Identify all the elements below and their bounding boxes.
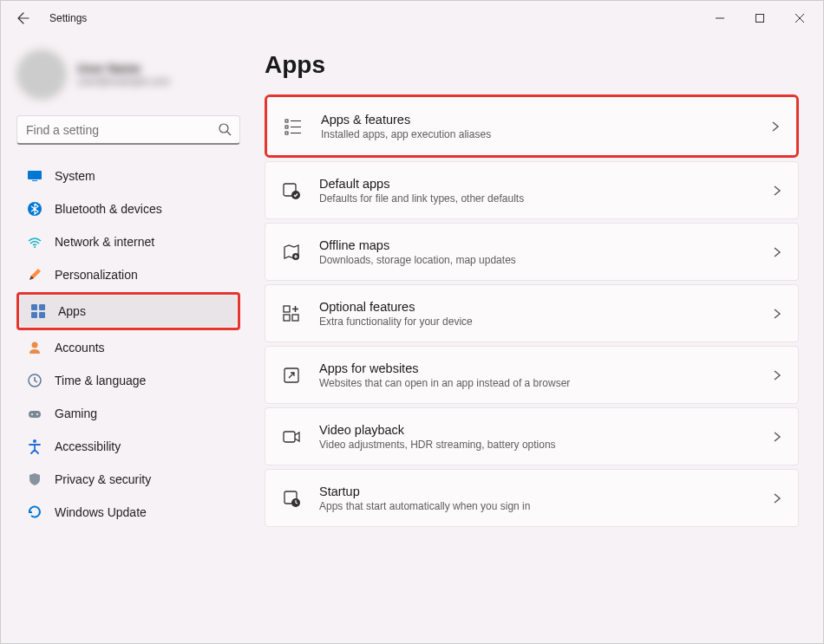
sidebar-item-accessibility[interactable]: Accessibility [16,431,240,462]
card-title: Apps for websites [319,361,772,375]
sidebar-item-label: Windows Update [55,505,147,519]
card-apps-websites[interactable]: Apps for websites Websites that can open… [265,346,799,404]
card-default-apps[interactable]: Default apps Defaults for file and link … [265,161,799,219]
svg-rect-11 [39,312,45,318]
chevron-right-icon [772,185,782,196]
sidebar-item-update[interactable]: Windows Update [16,497,240,528]
sidebar-item-accounts[interactable]: Accounts [16,332,240,363]
arrow-left-icon [16,11,30,25]
svg-rect-19 [285,126,288,128]
sidebar-item-label: Apps [58,304,86,318]
gamepad-icon [27,406,43,421]
profile-text: User Name user@example.com [77,62,170,88]
maximize-icon [755,14,764,23]
sidebar-item-time[interactable]: Time & language [16,365,240,396]
card-text: Default apps Defaults for file and link … [319,177,772,205]
sidebar-item-label: Accessibility [55,439,121,453]
card-text: Offline maps Downloads, storage location… [319,238,772,266]
back-button[interactable] [10,4,37,32]
cards-list: Apps & features Installed apps, app exec… [265,94,799,527]
chevron-right-icon [772,247,782,257]
card-desc: Websites that can open in an app instead… [319,377,772,389]
svg-point-2 [219,124,228,133]
apps-icon [30,303,46,319]
chevron-right-icon [772,370,782,381]
shield-icon [27,472,43,487]
card-title: Apps & features [321,113,770,127]
sidebar-item-label: Personalization [55,268,138,282]
svg-rect-29 [292,315,298,321]
card-title: Startup [319,485,772,498]
card-desc: Apps that start automatically when you s… [319,500,772,512]
sidebar-item-system[interactable]: System [16,160,240,192]
card-startup[interactable]: Startup Apps that start automatically wh… [265,469,799,527]
svg-rect-8 [31,304,37,310]
svg-point-12 [32,342,38,348]
nav: System Bluetooth & devices Network & int… [16,160,240,528]
accessibility-icon [27,439,43,454]
svg-rect-1 [756,15,764,23]
sidebar-item-label: Gaming [55,407,97,420]
svg-rect-10 [31,312,37,318]
search-input[interactable] [16,115,240,145]
window-controls [700,4,820,32]
svg-point-7 [34,246,36,248]
minimize-button[interactable] [700,4,740,32]
plus-grid-icon [281,303,302,324]
default-apps-icon [281,180,302,201]
sidebar-item-bluetooth[interactable]: Bluetooth & devices [16,193,240,224]
svg-rect-4 [28,171,42,179]
card-apps-features[interactable]: Apps & features Installed apps, app exec… [267,97,796,155]
card-text: Apps for websites Websites that can open… [319,361,772,389]
chevron-right-icon [772,432,782,442]
sidebar-item-label: Privacy & security [55,472,151,486]
card-text: Optional features Extra functionality fo… [319,300,772,328]
content-area: User Name user@example.com System Blueto… [1,36,823,643]
person-icon [27,340,43,355]
svg-rect-31 [284,432,295,442]
chevron-right-icon [772,493,782,504]
card-desc: Video adjustments, HDR streaming, batter… [319,439,772,451]
card-offline-maps[interactable]: Offline maps Downloads, storage location… [265,223,799,281]
titlebar: Settings [1,1,823,36]
card-video-playback[interactable]: Video playback Video adjustments, HDR st… [265,407,799,465]
card-title: Video playback [319,423,772,437]
card-title: Optional features [319,300,772,314]
profile-section[interactable]: User Name user@example.com [16,49,240,100]
sidebar-item-privacy[interactable]: Privacy & security [16,464,240,495]
main-content: Apps Apps & features Installed apps, app… [252,36,823,643]
card-text: Apps & features Installed apps, app exec… [321,113,770,140]
svg-point-16 [36,413,38,415]
card-optional-features[interactable]: Optional features Extra functionality fo… [265,284,799,342]
paintbrush-icon [27,267,43,283]
sidebar-item-label: Bluetooth & devices [55,202,162,216]
sidebar-item-apps[interactable]: Apps [20,296,237,327]
svg-rect-28 [284,315,290,321]
update-icon [27,504,43,520]
sidebar-item-personalization[interactable]: Personalization [16,259,240,290]
profile-name: User Name [77,62,170,75]
card-text: Video playback Video adjustments, HDR st… [319,423,772,451]
search-box [16,115,240,145]
maximize-button[interactable] [740,4,780,32]
sidebar-item-network[interactable]: Network & internet [16,226,240,257]
card-desc: Defaults for file and link types, other … [319,192,772,205]
svg-line-3 [227,132,231,135]
window-title: Settings [49,12,87,24]
svg-rect-18 [285,120,288,122]
close-icon [795,14,804,23]
svg-point-17 [33,439,36,443]
svg-rect-5 [32,180,37,181]
system-icon [27,168,43,184]
svg-rect-9 [39,304,45,310]
sidebar-item-gaming[interactable]: Gaming [16,398,240,429]
profile-email: user@example.com [77,75,170,88]
svg-rect-14 [29,411,41,418]
list-icon [283,116,304,137]
page-title: Apps [265,51,799,79]
sidebar: User Name user@example.com System Blueto… [1,36,252,643]
highlight-card: Apps & features Installed apps, app exec… [265,94,799,158]
card-title: Offline maps [319,238,772,252]
close-button[interactable] [780,4,820,32]
card-desc: Installed apps, app execution aliases [321,128,770,140]
